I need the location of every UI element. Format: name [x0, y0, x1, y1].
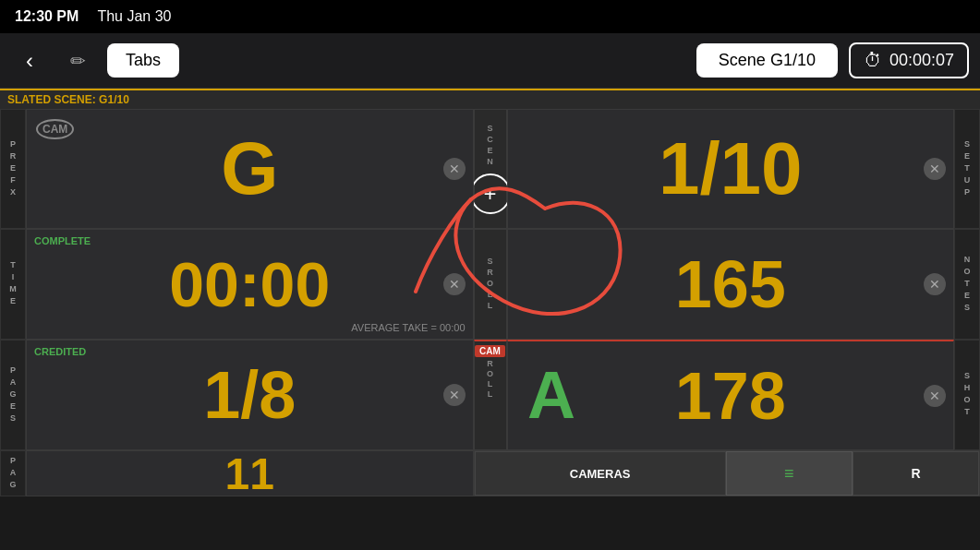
sroll-clear-btn[interactable]: ✕	[924, 273, 946, 295]
timer-icon: ⏱	[864, 50, 882, 71]
sroll-label: SROLL	[486, 257, 495, 312]
time-label: TIME	[0, 229, 26, 340]
pages-clear-btn[interactable]: ✕	[443, 384, 466, 406]
time-sub: AVERAGE TAKE = 00:00	[351, 322, 465, 333]
time-clear-btn[interactable]: ✕	[443, 273, 466, 295]
pages-label: PAGES	[0, 340, 26, 450]
slated-label: SLATED SCENE: G1/10	[7, 93, 129, 106]
roll-value: 178	[675, 363, 786, 429]
setup-label: SETUP	[954, 109, 980, 229]
pages-value: 1/8	[203, 362, 296, 428]
toolbar: ‹ ✏ Tabs Scene G1/10 ⏱ 00:00:07	[0, 33, 980, 89]
roll-value-cell[interactable]: 178 ✕	[507, 340, 955, 450]
roll-center-cell: CAM ROLL	[474, 340, 507, 450]
scene-clear-btn[interactable]: ✕	[924, 158, 946, 180]
sroll-value-cell[interactable]: 165 ✕	[507, 229, 955, 340]
prefix-label: PREFX	[0, 109, 26, 229]
notes-label: NOTES	[954, 229, 980, 340]
list-view-button[interactable]: ≡	[726, 451, 853, 496]
timer-display[interactable]: ⏱ 00:00:07	[849, 42, 969, 78]
add-scene-button[interactable]: +	[470, 173, 511, 214]
bottom-left-cell[interactable]: 11	[26, 450, 474, 496]
cameras-button[interactable]: CAMERAS	[475, 451, 726, 496]
pag-label: PAG	[0, 450, 26, 496]
back-button[interactable]: ‹	[11, 42, 48, 79]
slated-banner: SLATED SCENE: G1/10	[0, 89, 980, 109]
shot-label: SHOT	[954, 340, 980, 450]
prefix-clear-btn[interactable]: ✕	[443, 158, 466, 180]
status-time: 12:30 PM	[15, 8, 79, 25]
time-value: 00:00	[169, 253, 330, 316]
cam-circle-icon: CAM	[36, 119, 74, 139]
roll-label: ROLL	[486, 359, 495, 400]
time-cell-label: COMPLETE	[34, 235, 91, 246]
edit-button[interactable]: ✏	[59, 42, 96, 79]
scen-label: SCEN	[486, 124, 495, 168]
prefix-value: G	[221, 132, 278, 206]
scene-value-cell[interactable]: 1/10 ✕	[507, 109, 955, 229]
sroll-value: 165	[675, 251, 786, 317]
r-button[interactable]: R	[853, 451, 979, 496]
pages-cell-label: CREDITED	[34, 346, 86, 357]
scene-button[interactable]: Scene G1/10	[696, 43, 838, 78]
roll-clear-btn[interactable]: ✕	[924, 385, 946, 407]
pages-cell[interactable]: CREDITED 1/8 ✕	[26, 340, 474, 450]
cam-badge: CAM	[475, 345, 505, 357]
bottom-buttons-area: CAMERAS ≡ R	[474, 450, 981, 496]
status-bar: 12:30 PM Thu Jan 30	[0, 0, 980, 33]
prefix-cell[interactable]: CAM G ✕	[26, 109, 474, 229]
timer-value: 00:00:07	[889, 51, 954, 70]
time-cell[interactable]: COMPLETE 00:00 ✕ AVERAGE TAKE = 00:00	[26, 229, 474, 340]
bottom-left-value: 11	[225, 448, 274, 499]
tabs-button[interactable]: Tabs	[107, 43, 179, 78]
scene-value: 1/10	[659, 132, 803, 206]
status-date: Thu Jan 30	[97, 8, 171, 25]
sroll-center-cell: SROLL	[474, 229, 507, 340]
scene-center-cell: SCEN +	[474, 109, 507, 229]
